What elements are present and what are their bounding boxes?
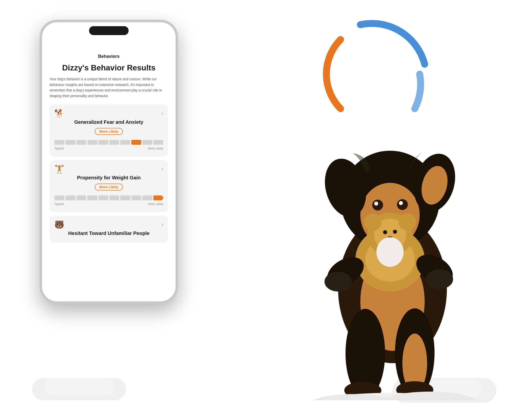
card-header: 🐕 › — [54, 109, 163, 117]
svg-point-21 — [376, 237, 404, 267]
seg-active — [131, 140, 141, 145]
scene: Behaviors Dizzy's Behavior Results Your … — [0, 0, 531, 420]
hesitant-title: Hesitant Toward Unfamiliar People — [54, 231, 163, 236]
seg-active-last — [153, 195, 163, 200]
page-description: Your dog's behavior is a unique blend of… — [49, 76, 168, 99]
hesitant-card[interactable]: 🐻 › Hesitant Toward Unfamiliar People — [49, 216, 168, 243]
nav-bar: Behaviors — [49, 52, 168, 63]
seg — [98, 140, 108, 145]
weight-progress-track — [54, 194, 163, 201]
weight-chevron-icon: › — [162, 166, 163, 172]
seg — [109, 140, 119, 145]
svg-point-9 — [374, 202, 378, 206]
dog-image-area — [284, 49, 506, 420]
weight-label-right: More Likely — [148, 202, 163, 206]
weight-progress: Typical More Likely — [54, 194, 163, 206]
hesitant-icon: 🐻 — [54, 221, 64, 229]
phone-content: Behaviors Dizzy's Behavior Results Your … — [42, 22, 176, 301]
weight-title: Propensity for Weight Gain — [54, 175, 163, 181]
svg-point-10 — [399, 201, 403, 205]
seg — [54, 195, 64, 200]
dog-illustration — [289, 67, 491, 400]
svg-point-16 — [364, 214, 381, 231]
weight-labels: Typical More Likely — [54, 202, 163, 206]
seg — [131, 195, 141, 200]
page-title: Dizzy's Behavior Results — [49, 63, 168, 72]
svg-point-24 — [324, 272, 352, 292]
svg-point-7 — [372, 200, 383, 210]
phone-device: Behaviors Dizzy's Behavior Results Your … — [40, 20, 178, 400]
hesitant-chevron-icon: › — [162, 222, 163, 227]
fear-labels: Typical More Likely — [54, 147, 163, 150]
seg — [87, 195, 97, 200]
fear-badge-container: More Likely — [54, 128, 163, 139]
svg-point-17 — [399, 213, 416, 231]
phone-frame: Behaviors Dizzy's Behavior Results Your … — [40, 20, 178, 304]
fear-label-right: More Likely — [148, 147, 163, 150]
hesitant-card-header: 🐻 › — [54, 221, 163, 229]
seg — [153, 140, 163, 145]
seg — [54, 140, 64, 145]
weight-gain-card[interactable]: 🏋 › Propensity for Weight Gain More Like… — [49, 160, 168, 212]
fear-title: Generalized Fear and Anxiety — [54, 119, 163, 125]
seg — [142, 195, 152, 200]
fear-progress: Typical More Likely — [54, 139, 163, 150]
fear-progress-track — [54, 139, 163, 146]
weight-icon: 🏋 — [54, 165, 64, 173]
seg — [142, 140, 152, 145]
fear-badge: More Likely — [95, 128, 123, 135]
phone-notch — [89, 26, 129, 35]
svg-point-19 — [393, 230, 397, 234]
seg — [76, 140, 86, 145]
seg — [120, 195, 130, 200]
seg — [87, 140, 97, 145]
seg — [109, 195, 119, 200]
weight-card-header: 🏋 › — [54, 165, 163, 173]
seg — [98, 195, 108, 200]
seg — [120, 140, 130, 145]
fear-chevron-icon: › — [162, 110, 163, 116]
status-bar — [49, 40, 168, 52]
fear-label-left: Typical — [54, 147, 64, 150]
fear-anxiety-card[interactable]: 🐕 › Generalized Fear and Anxiety More Li… — [49, 105, 168, 157]
nav-title: Behaviors — [98, 54, 119, 59]
weight-badge: More Likely — [95, 184, 123, 190]
weight-label-left: Typical — [54, 202, 64, 206]
phone-screen: Behaviors Dizzy's Behavior Results Your … — [42, 22, 176, 301]
weight-badge-container: More Likely — [54, 184, 163, 194]
svg-point-18 — [383, 230, 387, 234]
seg — [76, 195, 86, 200]
fear-icon: 🐕 — [54, 109, 64, 117]
seg — [65, 195, 75, 200]
svg-point-8 — [397, 199, 408, 210]
seg — [65, 140, 75, 145]
svg-point-25 — [426, 269, 453, 289]
